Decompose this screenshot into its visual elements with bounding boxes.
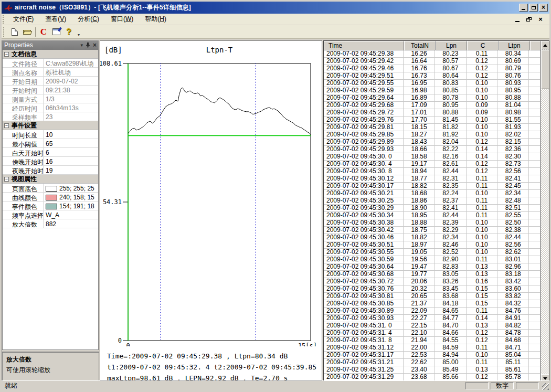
property-row[interactable]: 夜晚开始时间19 [3, 166, 98, 175]
property-row[interactable]: 放大倍数882 [3, 219, 98, 228]
property-row[interactable]: 时间长度10 [3, 130, 98, 139]
panel-menu-chevron-icon[interactable]: ▾ [80, 43, 83, 48]
table-row[interactable]: 2009-07-02 09:45:31.2122.6285.000.1185.1… [324, 359, 541, 366]
table-row[interactable]: 2009-07-02 09:45:29.4616.7680.670.1280.7… [324, 65, 541, 72]
table-row[interactable]: 2009-07-02 09:45:31.1222.0084.590.1184.7… [324, 344, 541, 352]
table-row[interactable]: 2009-07-02 09:45:30.4618.8282.340.1082.4… [324, 234, 541, 241]
table-row[interactable]: 2009-07-02 09:45:30.8922.0984.650.1184.7… [324, 308, 541, 315]
table-scrollbar[interactable] [541, 41, 549, 383]
table-header-spacer[interactable] [530, 41, 542, 50]
table-header-TotalN[interactable]: TotalN [404, 41, 436, 50]
table-row[interactable]: 2009-07-02 09:45:30.8521.3784.180.1584.3… [324, 300, 541, 308]
table-row[interactable]: 2009-07-02 09:45:29.4216.6480.570.1280.6… [324, 58, 541, 65]
scrollbar-thumb[interactable] [541, 50, 549, 89]
table-header-Lpn[interactable]: Lpn [436, 41, 467, 50]
maximize-button[interactable] [529, 4, 538, 12]
property-section-header[interactable]: −视图属性 [3, 175, 98, 184]
toolbar-options-chevron-icon[interactable]: ▾ [76, 33, 81, 38]
table-row[interactable]: 2009-07-02 09:45:30. 818.9482.440.1282.5… [324, 168, 541, 175]
table-row[interactable]: 2009-07-02 09:45:30.7220.0683.260.1683.4… [324, 278, 541, 285]
toolbar-button-open-folder[interactable] [21, 26, 34, 38]
table-row[interactable]: 2009-07-02 09:45:30.1718.8282.350.1182.4… [324, 183, 541, 190]
property-section-header[interactable]: −事件设置 [3, 121, 98, 130]
toolbar-button-properties[interactable] [50, 26, 62, 38]
property-row[interactable]: 傍晚开始时间16 [3, 157, 98, 166]
table-row[interactable]: 2009-07-02 09:45:30.7620.3283.450.1583.6… [324, 285, 541, 293]
table-row[interactable]: 2009-07-02 09:45:31.2523.4085.490.1385.6… [324, 366, 541, 374]
collapse-icon[interactable]: − [4, 52, 9, 57]
menu-item[interactable]: 帮助(H) [139, 13, 172, 25]
property-row[interactable]: 开始日期2009-07-02 [3, 77, 98, 86]
table-row[interactable]: 2009-07-02 09:45:30.5919.5682.900.1183.0… [324, 256, 541, 263]
table-header-Time[interactable]: Time [324, 41, 404, 50]
menu-item[interactable]: 窗口(W) [105, 13, 139, 25]
collapse-icon[interactable]: − [4, 177, 9, 182]
menu-item[interactable]: 查看(V) [39, 13, 72, 25]
property-section-header[interactable]: −文档信息 [3, 50, 98, 59]
table-row[interactable]: 2009-07-02 09:45:29.6416.8980.780.1080.8… [324, 94, 541, 102]
table-row[interactable]: 2009-07-02 09:45:30.6419.4782.830.1382.9… [324, 263, 541, 271]
table-row[interactable]: 2009-07-02 09:45:30.5519.0582.520.1082.6… [324, 249, 541, 256]
table-row[interactable]: 2009-07-02 09:45:30.6819.7783.050.1383.1… [324, 271, 541, 278]
toolbar-button-new-document[interactable] [8, 26, 21, 38]
property-row[interactable]: 文件路径C:\awa6298\机场 [3, 59, 98, 68]
table-row[interactable]: 2009-07-02 09:45:30.2918.9082.410.1182.5… [324, 205, 541, 212]
table-row[interactable]: 2009-07-02 09:45:30.2518.8682.370.1182.4… [324, 197, 541, 205]
table-row[interactable]: 2009-07-02 09:45:31.2923.6885.660.1285.7… [324, 374, 541, 381]
table-row[interactable]: 2009-07-02 09:45:29.8118.1581.820.1081.9… [324, 124, 541, 131]
table-row[interactable]: 2009-07-02 09:45:31.1722.5384.940.1085.0… [324, 352, 541, 359]
table-row[interactable]: 2009-07-02 09:45:30.4218.7582.290.1082.3… [324, 227, 541, 234]
property-row[interactable]: 事件颜色154; 191; 18 [3, 202, 98, 210]
table-row[interactable]: 2009-07-02 09:45:30.3818.8882.390.1082.5… [324, 219, 541, 227]
table-row[interactable]: 2009-07-02 09:45:29.8918.4382.040.1282.1… [324, 139, 541, 146]
mdi-close-button[interactable]: × [537, 16, 544, 23]
table-row[interactable]: 2009-07-02 09:45:29.6817.0980.950.0981.0… [324, 102, 541, 109]
close-button[interactable]: × [539, 4, 548, 12]
table-row[interactable]: 2009-07-02 09:45:29.9318.6682.220.1482.3… [324, 146, 541, 153]
property-row[interactable]: 测量方式1/3 [3, 94, 98, 103]
property-row[interactable]: 白天开始时间6 [3, 148, 98, 157]
table-row[interactable]: 2009-07-02 09:45:29.5916.9880.850.1080.9… [324, 87, 541, 94]
collapse-icon[interactable]: − [4, 123, 9, 128]
table-row[interactable]: 2009-07-02 09:45:29.3816.2680.230.1180.3… [324, 50, 541, 58]
menu-grip-handle[interactable] [3, 15, 5, 24]
property-row[interactable]: 经历时间06h34m13s [3, 103, 98, 112]
property-row[interactable]: 最小阈值65 [3, 139, 98, 148]
mdi-minimize-button[interactable] [514, 16, 521, 23]
table-row[interactable]: 2009-07-02 09:45:30. 018.5882.160.1482.3… [324, 153, 541, 161]
property-row[interactable]: 开始时间09:21:38 [3, 86, 98, 94]
table-row[interactable]: 2009-07-02 09:45:29.7217.0180.880.0980.9… [324, 109, 541, 116]
pin-icon[interactable] [86, 43, 90, 48]
minimize-button[interactable] [519, 4, 528, 12]
scroll-up-button[interactable] [541, 41, 549, 49]
property-row[interactable]: 页面底色255; 255; 25 [3, 184, 98, 193]
table-row[interactable]: 2009-07-02 09:45:30. 419.1782.610.1282.7… [324, 161, 541, 168]
toolbar-button-c-letter[interactable]: C [37, 26, 50, 38]
table-row[interactable]: 2009-07-02 09:45:30.8120.6583.680.1583.8… [324, 293, 541, 300]
property-row[interactable]: 采样频率23 [3, 112, 98, 121]
table-row[interactable]: 2009-07-02 09:45:31. 821.9484.550.1284.6… [324, 337, 541, 344]
table-row[interactable]: 2009-07-02 09:45:30.3418.9582.440.1182.5… [324, 212, 541, 219]
panel-close-icon[interactable]: × [93, 41, 97, 49]
toolbar-grip-handle[interactable] [3, 27, 6, 37]
table-row[interactable]: 2009-07-02 09:45:31. 022.1584.700.1384.8… [324, 322, 541, 330]
table-header-C[interactable]: C [467, 41, 499, 50]
toolbar-button-help[interactable]: ? [62, 26, 75, 38]
menu-item[interactable]: 文件(F) [7, 13, 39, 25]
table-header-Ltpn[interactable]: Ltpn [499, 41, 530, 50]
property-row[interactable]: 频率点选择W_A [3, 210, 98, 219]
table-row[interactable]: 2009-07-02 09:45:29.5116.7380.640.1280.7… [324, 72, 541, 80]
resize-grip[interactable] [542, 383, 549, 390]
ltpn-chart[interactable]: Ltpn-T[dB]108.6154.310015[s] [100, 41, 322, 346]
table-row[interactable]: 2009-07-02 09:45:29.7617.7081.450.1081.5… [324, 116, 541, 124]
table-row[interactable]: 2009-07-02 09:45:29.8518.2781.920.1082.0… [324, 131, 541, 139]
property-row[interactable]: 测点名称栎社机场 [3, 68, 98, 77]
table-row[interactable]: 2009-07-02 09:45:31. 422.1084.660.1284.7… [324, 330, 541, 337]
property-row[interactable]: 曲线颜色240; 158; 15 [3, 193, 98, 202]
table-row[interactable]: 2009-07-02 09:45:30.1218.7782.310.1182.4… [324, 175, 541, 183]
menu-item[interactable]: 分析(C) [72, 13, 105, 25]
mdi-restore-button[interactable] [525, 16, 533, 23]
table-row[interactable]: 2009-07-02 09:45:30.9322.2784.770.1484.9… [324, 315, 541, 322]
table-row[interactable]: 2009-07-02 09:45:30.2118.6882.240.1082.3… [324, 190, 541, 197]
table-row[interactable]: 2009-07-02 09:45:29.5516.9580.830.1080.9… [324, 80, 541, 87]
